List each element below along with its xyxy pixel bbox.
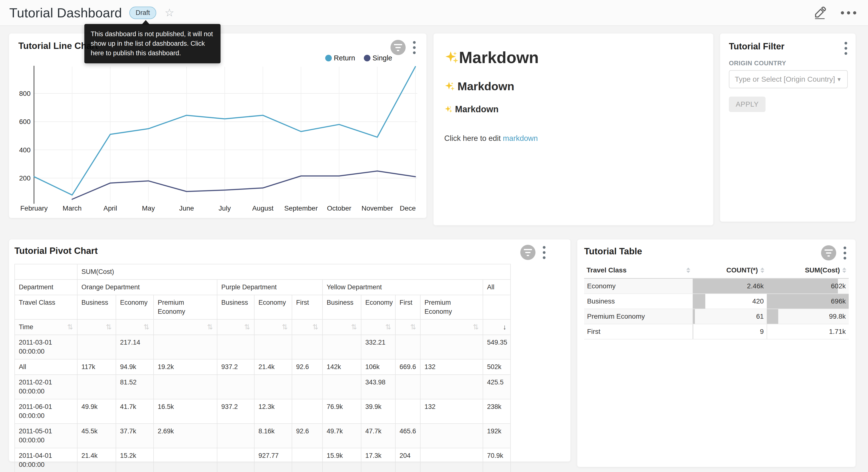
svg-text:February: February <box>20 204 48 212</box>
table-header-sum-cost[interactable]: SUM(Cost) <box>767 263 849 278</box>
draft-badge[interactable]: Draft <box>129 7 156 19</box>
pivot-value-cell: 106k <box>361 359 395 375</box>
ellipsis-menu-icon[interactable] <box>841 11 856 14</box>
svg-text:April: April <box>103 204 117 212</box>
legend-label: Return <box>334 54 355 62</box>
table-header-travel-class[interactable]: Travel Class <box>584 263 693 278</box>
pivot-value-cell: 117k <box>77 359 116 375</box>
pivot-value-cell <box>292 448 322 472</box>
sort-icon[interactable]: ⇅ <box>473 323 479 332</box>
pivot-value-cell: 238k <box>483 399 510 423</box>
origin-country-label: ORIGIN COUNTRY <box>729 59 786 67</box>
pivot-col-header: First <box>395 295 420 319</box>
table-cell-travel-class: Business <box>584 294 693 309</box>
sort-icon[interactable]: ⇅ <box>351 323 357 332</box>
table-card-title: Tutorial Table <box>584 246 642 257</box>
chart-kebab-menu-icon[interactable] <box>843 245 847 261</box>
table-cell-sum: 696k <box>767 294 849 309</box>
pivot-value-cell: 927.77 <box>254 448 292 472</box>
pivot-value-cell: 15.2k <box>116 448 154 472</box>
edit-pencil-icon[interactable] <box>813 6 826 19</box>
apply-button[interactable]: APPLY <box>729 97 766 112</box>
pivot-value-cell <box>395 399 420 423</box>
table-cell-sum: 99.8k <box>767 309 849 324</box>
sort-icon[interactable]: ⇅ <box>144 323 149 332</box>
table-cell-travel-class: Premium Economy <box>584 309 693 324</box>
svg-text:800: 800 <box>19 90 31 97</box>
sparkles-icon <box>444 105 453 114</box>
legend-dot <box>325 55 332 61</box>
pivot-value-cell: 49.9k <box>77 399 116 423</box>
sort-icon[interactable]: ⇅ <box>67 323 73 332</box>
markdown-h3: Markdown <box>444 104 703 114</box>
pivot-value-cell: 81.52 <box>116 375 154 399</box>
pivot-value-cell: 132 <box>420 359 483 375</box>
pivot-sort-cell: ⇅ <box>116 319 154 335</box>
sort-icon[interactable]: ⇅ <box>207 323 213 332</box>
markdown-paragraph: Click here to edit markdown <box>444 134 703 143</box>
pivot-value-cell: 49.7k <box>322 423 361 448</box>
origin-country-select[interactable]: Type or Select [Origin Country] ▾ <box>729 70 848 88</box>
sort-icon[interactable]: ⇅ <box>106 323 112 332</box>
sort-icon[interactable]: ⇅ <box>282 323 288 332</box>
pivot-row-label: 2011-04-01 00:00:00 <box>15 448 77 472</box>
table-cell-count: 420 <box>693 294 767 309</box>
sort-desc-icon[interactable]: ↓ <box>503 323 507 332</box>
svg-text:400: 400 <box>19 146 31 154</box>
pivot-value-cell: 2.69k <box>154 423 217 448</box>
table-row: Economy2.46k602k <box>584 278 849 294</box>
pivot-value-cell: 669.6 <box>395 359 420 375</box>
sort-icon[interactable]: ⇅ <box>385 323 391 332</box>
markdown-edit-link[interactable]: markdown <box>503 134 538 143</box>
table-header-count[interactable]: COUNT(*) <box>693 263 767 278</box>
publish-tooltip: This dashboard is not published, it will… <box>84 24 221 63</box>
pivot-col-header: Business <box>217 295 254 319</box>
pivot-value-cell <box>154 375 217 399</box>
pivot-value-cell: 142k <box>322 359 361 375</box>
chart-kebab-menu-icon[interactable] <box>542 245 547 260</box>
filter-scope-icon[interactable] <box>391 40 406 55</box>
filter-card: Tutorial Filter ORIGIN COUNTRY Type or S… <box>720 33 856 222</box>
pivot-group-header: Yellow Department <box>322 279 483 295</box>
pivot-value-cell <box>217 448 254 472</box>
pivot-value-cell: 332.21 <box>361 335 395 359</box>
pivot-row: All117k94.9k19.2k937.221.4k92.6142k106k6… <box>15 359 510 375</box>
pivot-value-cell: 343.98 <box>361 375 395 399</box>
pivot-row: 2011-03-01 00:00:00217.14332.21549.35 <box>15 335 510 359</box>
chart-legend: ReturnSingle <box>325 54 392 62</box>
filter-kebab-menu-icon[interactable] <box>843 41 848 56</box>
pivot-card-title: Tutorial Pivot Chart <box>14 246 98 256</box>
filter-scope-icon[interactable] <box>520 245 535 260</box>
pivot-col-header: Premium Economy <box>420 295 483 319</box>
dashboard-page: Tutorial Dashboard Draft ☆ This dashboar… <box>0 0 868 472</box>
pivot-sort-cell: ⇅ <box>292 319 322 335</box>
sort-icon[interactable]: ⇅ <box>312 323 318 332</box>
sort-icon[interactable]: ⇅ <box>410 323 416 332</box>
pivot-value-cell: 45.5k <box>77 423 116 448</box>
chart-kebab-menu-icon[interactable] <box>412 40 416 55</box>
svg-text:June: June <box>179 204 194 212</box>
pivot-group-header: Orange Department <box>77 279 217 295</box>
pivot-col-header <box>483 295 510 319</box>
filter-scope-icon[interactable] <box>821 245 836 261</box>
favorite-star-icon[interactable]: ☆ <box>164 7 174 18</box>
legend-item-return[interactable]: Return <box>325 54 355 62</box>
pivot-value-cell <box>154 335 217 359</box>
legend-label: Single <box>372 54 392 62</box>
pivot-value-cell <box>292 375 322 399</box>
table-cell-travel-class: First <box>584 324 693 339</box>
svg-text:November: November <box>361 204 393 212</box>
legend-item-single[interactable]: Single <box>364 54 392 62</box>
legend-dot <box>364 55 370 61</box>
pivot-value-cell: 502k <box>483 359 510 375</box>
table-cell-sum: 1.71k <box>767 324 849 339</box>
pivot-value-cell <box>154 448 217 472</box>
pivot-value-cell <box>77 375 116 399</box>
pivot-value-cell: 19.2k <box>154 359 217 375</box>
svg-text:May: May <box>142 204 155 212</box>
pivot-value-cell: 92.6 <box>292 359 322 375</box>
pivot-value-cell <box>322 335 361 359</box>
markdown-h2: Markdown <box>444 80 703 93</box>
pivot-value-cell: 204 <box>395 448 420 472</box>
sort-icon[interactable]: ⇅ <box>244 323 250 332</box>
